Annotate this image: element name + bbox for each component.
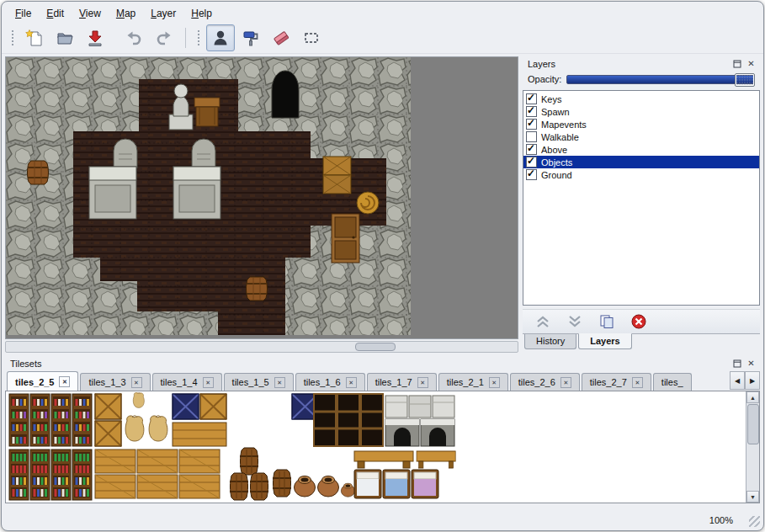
tileset-tabbar: tiles_2_5 tiles_1_3 tiles_1_4 tiles_1_5 … [5,370,760,391]
new-map-button[interactable] [20,24,49,51]
menu-bar: File Edit View Map Layer Help [2,2,763,23]
tilesets-panel: Tilesets tiles_2_5 tiles_1_3 tiles_1_4 t… [5,356,760,503]
app-window: File Edit View Map Layer Help [1,1,764,531]
close-tab-icon[interactable] [489,377,500,388]
select-tool-button[interactable] [297,24,326,51]
layer-name: Spawn [541,107,570,117]
duplicate-layer-button[interactable] [597,311,617,332]
layers-panel: Layers Opacity: Keys Spawn [523,56,760,353]
tileset-tab-tiles_1_6[interactable]: tiles_1_6 [295,373,365,391]
layer-visibility-checkbox[interactable] [526,169,537,180]
menu-edit[interactable]: Edit [40,6,71,21]
menu-view[interactable]: View [72,6,108,21]
tileset-tab-tiles_2_7[interactable]: tiles_2_7 [582,373,651,391]
close-tab-icon[interactable] [274,377,285,388]
duplicate-layer-icon [598,314,615,329]
delete-layer-button[interactable] [629,311,649,332]
new-map-icon [25,29,44,47]
scroll-tabs-left-icon[interactable] [730,371,745,390]
layers-panel-title: Layers [528,59,729,69]
tileset-vertical-scrollbar[interactable] [746,391,759,503]
scroll-down-icon[interactable] [746,491,759,503]
opacity-label: Opacity: [528,74,561,84]
save-button[interactable] [81,24,109,51]
close-icon[interactable] [745,58,757,70]
float-icon[interactable] [730,358,743,370]
tileset-tab-tiles_2_1[interactable]: tiles_2_1 [438,373,508,391]
tileset-tab-tiles_1_5[interactable]: tiles_1_5 [224,373,294,391]
tileset-view [5,391,760,503]
eraser-tool-button[interactable] [267,24,295,51]
menu-file[interactable]: File [8,6,38,21]
tab-history[interactable]: History [524,334,576,349]
menu-layer[interactable]: Layer [144,6,183,21]
float-icon[interactable] [730,58,743,70]
cabinet [332,214,359,263]
tileset-tab-tiles_1_4[interactable]: tiles_1_4 [152,373,222,391]
tileset-tab-tiles_2_5[interactable]: tiles_2_5 [7,371,78,391]
close-tab-icon[interactable] [131,377,142,388]
toolbar-separator [185,28,186,48]
layer-visibility-checkbox[interactable] [526,119,537,130]
delete-layer-icon [630,313,647,330]
layer-name: Objects [541,157,572,168]
stamp-tool-button[interactable] [206,24,235,51]
close-tab-icon[interactable] [203,377,214,388]
toolbar-drag-handle[interactable] [10,29,15,47]
layer-visibility-checkbox[interactable] [526,144,537,155]
layer-row-walkable[interactable]: Walkable [523,130,759,143]
close-tab-icon[interactable] [417,377,428,388]
tab-layers[interactable]: Layers [578,333,631,349]
layer-row-above[interactable]: Above [523,143,759,156]
scrollbar-thumb[interactable] [355,343,396,351]
close-tab-icon[interactable] [59,376,70,387]
open-folder-icon [56,29,74,47]
scrollbar-thumb[interactable] [747,404,759,444]
barrel [247,277,268,301]
close-tab-icon[interactable] [560,377,571,388]
tileset-tab-partial[interactable]: tiles_ [653,373,692,391]
layer-row-keys[interactable]: Keys [523,93,759,105]
layer-row-mapevents[interactable]: Mapevents [523,118,759,130]
close-tab-icon[interactable] [632,377,643,388]
tileset-image[interactable] [8,392,458,502]
layer-list: Keys Spawn Mapevents Walkable Above [523,90,760,306]
scroll-up-icon[interactable] [746,391,759,403]
resize-grip-icon[interactable] [749,516,760,527]
move-layer-up-button[interactable] [533,311,553,332]
menu-help[interactable]: Help [184,6,219,21]
layer-visibility-checkbox[interactable] [526,106,537,117]
open-button[interactable] [50,24,79,51]
main-toolbar [2,23,763,54]
fill-tool-icon [242,29,260,47]
tileset-tabs: tiles_2_5 tiles_1_3 tiles_1_4 tiles_1_5 … [7,371,760,391]
tileset-tab-tiles_1_3[interactable]: tiles_1_3 [80,373,150,391]
layer-visibility-checkbox[interactable] [526,131,537,142]
fill-tool-button[interactable] [236,24,265,51]
layer-row-ground[interactable]: Ground [523,168,759,181]
tileset-tab-tiles_2_6[interactable]: tiles_2_6 [510,373,580,391]
layer-row-spawn[interactable]: Spawn [523,105,759,118]
tileset-tab-tiles_1_7[interactable]: tiles_1_7 [367,373,437,391]
layer-visibility-checkbox[interactable] [526,157,537,168]
redo-icon [155,29,173,47]
eraser-tool-icon [272,29,290,47]
layer-visibility-checkbox[interactable] [526,93,537,104]
undo-button[interactable] [120,24,148,51]
menu-map[interactable]: Map [109,6,142,21]
layer-row-objects[interactable]: Objects [523,156,759,168]
redo-button[interactable] [150,24,178,51]
layer-name: Keys [541,94,561,104]
tilesets-panel-title: Tilesets [10,359,729,369]
close-icon[interactable] [745,358,757,370]
opacity-slider-handle[interactable] [735,73,755,87]
toolbar-drag-handle[interactable] [196,29,201,47]
map-horizontal-scrollbar[interactable] [5,341,518,353]
move-layer-up-icon [534,314,551,329]
map-canvas[interactable] [5,56,518,339]
close-tab-icon[interactable] [346,377,357,388]
map-render[interactable] [6,57,411,335]
opacity-slider[interactable] [566,75,755,84]
move-layer-down-button[interactable] [565,311,585,332]
scroll-tabs-right-icon[interactable] [745,371,760,390]
